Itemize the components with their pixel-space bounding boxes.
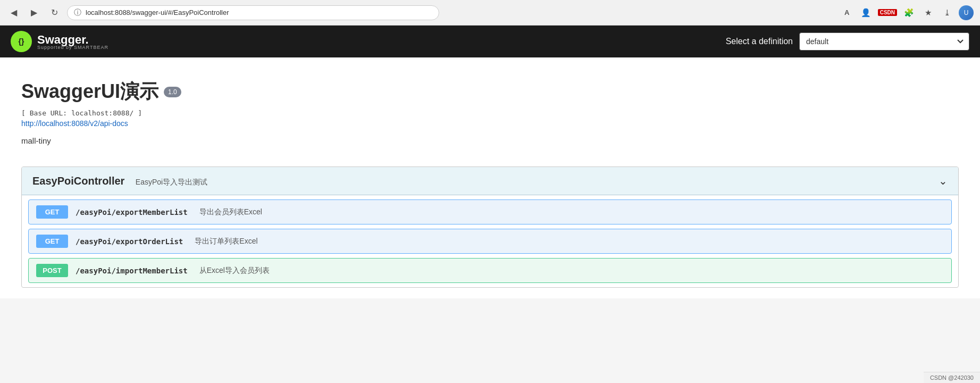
method-badge-get: GET [36, 235, 68, 248]
definition-label: Select a definition [726, 37, 793, 46]
controller-title: EasyPoiController [32, 175, 124, 187]
definition-select-area: Select a definition default [726, 32, 969, 51]
method-badge-post: POST [36, 264, 68, 277]
endpoint-summary: 从Excel导入会员列表 [199, 266, 270, 276]
version-badge: 1.0 [164, 87, 181, 97]
forward-button[interactable]: ▶ [27, 5, 41, 20]
reload-button[interactable]: ↻ [47, 5, 62, 20]
definition-dropdown[interactable]: default [799, 32, 969, 51]
endpoint-summary: 导出会员列表Excel [199, 207, 262, 217]
swagger-header: {} Swagger. Supported by SMARTBEAR Selec… [0, 26, 980, 57]
api-docs-link[interactable]: http://localhost:8088/v2/api-docs [21, 119, 959, 128]
back-button[interactable]: ◀ [6, 5, 21, 20]
avatar[interactable]: U [959, 5, 974, 20]
translate-button[interactable]: A [840, 5, 855, 20]
browser-actions: A 👤 CSDN 🧩 ★ ⤓ U [840, 5, 974, 20]
url-text: localhost:8088/swagger-ui/#/EasyPoiContr… [86, 9, 229, 16]
endpoint-summary: 导出订单列表Excel [195, 237, 257, 246]
app-name: mall-tiny [21, 136, 959, 145]
swagger-logo-sub: Supported by SMARTBEAR [37, 45, 108, 50]
extensions-button[interactable]: 🧩 [901, 5, 916, 20]
controller-section: EasyPoiController EasyPoi导入导出测试 ⌄ GET /e… [21, 166, 959, 288]
main-content: SwaggerUI演示 1.0 [ Base URL: localhost:80… [0, 57, 980, 298]
address-bar[interactable]: ⓘ localhost:8088/swagger-ui/#/EasyPoiCon… [67, 5, 439, 20]
endpoint-row[interactable]: GET /easyPoi/exportMemberList 导出会员列表Exce… [28, 199, 952, 224]
controller-header[interactable]: EasyPoiController EasyPoi导入导出测试 ⌄ [22, 167, 958, 195]
base-url: [ Base URL: localhost:8088/ ] [21, 109, 959, 117]
controller-desc: EasyPoi导入导出测试 [136, 178, 207, 186]
browser-chrome: ◀ ▶ ↻ ⓘ localhost:8088/swagger-ui/#/Easy… [0, 0, 980, 26]
api-title-area: SwaggerUI演示 1.0 [21, 79, 959, 105]
info-icon: ⓘ [74, 8, 81, 18]
bottom-label: CSDN @242030 [930, 374, 974, 381]
endpoint-row[interactable]: POST /easyPoi/importMemberList 从Excel导入会… [28, 258, 952, 283]
endpoint-path: /easyPoi/exportOrderList [76, 237, 183, 246]
swagger-logo: {} Swagger. Supported by SMARTBEAR [11, 31, 108, 52]
method-badge-get: GET [36, 205, 68, 219]
endpoint-path: /easyPoi/importMemberList [76, 267, 188, 275]
bookmark-button[interactable]: ★ [920, 5, 935, 20]
downloads-button[interactable]: ⤓ [940, 5, 954, 20]
api-title-text: SwaggerUI演示 [21, 79, 158, 105]
controller-chevron-icon: ⌄ [939, 174, 948, 187]
endpoint-row[interactable]: GET /easyPoi/exportOrderList 导出订单列表Excel [28, 229, 952, 254]
endpoint-path: /easyPoi/exportMemberList [76, 208, 188, 217]
csdn-badge: CSDN [878, 9, 897, 16]
endpoint-list: GET /easyPoi/exportMemberList 导出会员列表Exce… [22, 195, 958, 287]
profile-button[interactable]: 👤 [859, 5, 874, 20]
bottom-bar: CSDN @242030 [924, 372, 980, 383]
swagger-logo-icon: {} [11, 31, 32, 52]
